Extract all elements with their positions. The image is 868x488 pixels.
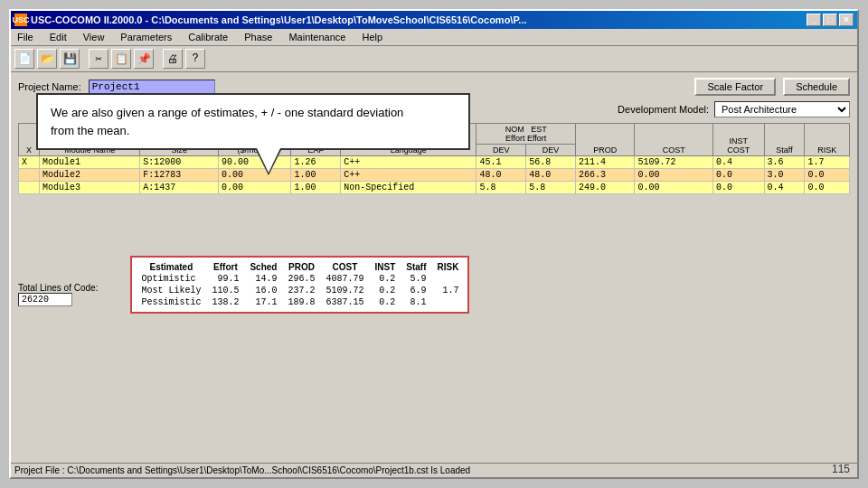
- est-col-risk: RISK: [431, 261, 464, 273]
- est-col-prod: PROD: [282, 261, 320, 273]
- cell-prod: 249.0: [576, 182, 635, 194]
- est-sched: 14.9: [244, 273, 282, 285]
- speech-bubble: We are also given a range of estimates, …: [36, 93, 470, 150]
- new-button[interactable]: 📄: [14, 49, 34, 69]
- est-staff: 5.9: [401, 273, 431, 285]
- project-label: Project Name:: [18, 81, 81, 92]
- cell-module-size: S:12000: [140, 156, 219, 169]
- est-inst: 0.2: [369, 273, 401, 285]
- col-staff: Staff: [764, 124, 805, 156]
- col-prod: PROD: [576, 124, 635, 156]
- est-col-sched: Sched: [244, 261, 282, 273]
- menu-parameters[interactable]: Parameters: [118, 31, 175, 43]
- close-button[interactable]: ✕: [839, 14, 854, 26]
- est-col-cost: COST: [320, 261, 369, 273]
- est-label: Optimistic: [136, 273, 206, 285]
- est-staff: 8.1: [401, 296, 431, 308]
- cell-cost: 0.00: [635, 182, 713, 194]
- menu-file[interactable]: File: [14, 31, 36, 43]
- cell-inst-cost: 0.4: [713, 156, 765, 169]
- menu-maintenance[interactable]: Maintenance: [286, 31, 348, 43]
- content-area: Project Name: Scale Factor Schedule Deve…: [11, 72, 857, 319]
- est-label: Pessimistic: [136, 296, 206, 308]
- app-icon: USC: [14, 14, 27, 26]
- col-risk: RISK: [805, 124, 850, 156]
- cell-module-size: F:12783: [140, 169, 219, 182]
- cell-language: C++: [341, 156, 476, 169]
- total-lines-section: Total Lines of Code:: [18, 283, 98, 314]
- table-row: X Module1 S:12000 90.00 1.26 C++ 45.1 56…: [19, 156, 850, 169]
- est-label: Most Likely: [136, 285, 206, 296]
- cell-language: Non-Specified: [341, 182, 476, 194]
- window-title: USC-COCOMO II.2000.0 - C:\Documents and …: [31, 14, 527, 25]
- cell-eaf: 1.00: [291, 182, 341, 194]
- est-col-staff: Staff: [401, 261, 431, 273]
- est-col-label: Estimated: [136, 261, 206, 273]
- col-cost: COST: [635, 124, 713, 156]
- cell-labor-rate: 0.00: [218, 182, 290, 194]
- project-name-input[interactable]: [89, 80, 215, 94]
- est-col-inst: INST: [369, 261, 401, 273]
- paste-button[interactable]: 📌: [134, 49, 154, 69]
- est-row-most-likely: Most Likely 110.5 16.0 237.2 5109.72 0.2…: [136, 285, 464, 296]
- maximize-button[interactable]: □: [823, 14, 837, 26]
- estimates-table: Estimated Effort Sched PROD COST INST St…: [136, 261, 464, 308]
- open-button[interactable]: 📂: [37, 49, 57, 69]
- status-bar: Project File : C:\Documents and Settings…: [11, 463, 857, 477]
- speech-line2: from the mean.: [51, 124, 129, 137]
- cell-staff: 0.4: [764, 182, 805, 194]
- cut-button[interactable]: ✂: [89, 49, 108, 69]
- cell-module-size: A:1437: [140, 182, 219, 194]
- est-sched: 17.1: [244, 296, 282, 308]
- est-prod: 296.5: [282, 273, 320, 285]
- scale-factor-button[interactable]: Scale Factor: [694, 78, 776, 96]
- table-row: Module2 F:12783 0.00 1.00 C++ 48.0 48.0 …: [19, 169, 850, 182]
- minimize-button[interactable]: _: [807, 14, 821, 26]
- est-inst: 0.2: [369, 296, 401, 308]
- est-cost: 6387.15: [320, 296, 369, 308]
- cell-prod: 211.4: [576, 156, 635, 169]
- cell-nom-effort: 5.8: [476, 182, 526, 194]
- total-lines-input[interactable]: [18, 293, 72, 306]
- estimates-table-container: Estimated Effort Sched PROD COST INST St…: [130, 256, 469, 314]
- menu-edit[interactable]: Edit: [47, 31, 70, 43]
- print-button[interactable]: 🖨: [163, 49, 183, 69]
- cell-est-effort: 48.0: [526, 169, 576, 182]
- cell-staff: 3.6: [764, 156, 805, 169]
- menu-phase[interactable]: Phase: [241, 31, 275, 43]
- cell-nom-effort: 45.1: [476, 156, 526, 169]
- cell-eaf: 1.00: [291, 169, 341, 182]
- est-risk: 1.7: [431, 285, 464, 296]
- est-inst: 0.2: [369, 285, 401, 296]
- est-row-pessimistic: Pessimistic 138.2 17.1 189.8 6387.15 0.2…: [136, 296, 464, 308]
- menu-bar: File Edit View Parameters Calibrate Phas…: [11, 29, 857, 46]
- est-effort: 110.5: [206, 285, 244, 296]
- cell-staff: 3.0: [764, 169, 805, 182]
- col-nom-dev: DEV: [476, 145, 526, 156]
- est-col-effort: Effort: [206, 261, 244, 273]
- total-lines-label: Total Lines of Code:: [18, 283, 98, 293]
- cell-eaf: 1.26: [291, 156, 341, 169]
- est-risk: [431, 273, 464, 285]
- cell-cost: 0.00: [635, 169, 713, 182]
- cell-x: [19, 169, 40, 182]
- save-button[interactable]: 💾: [60, 49, 80, 69]
- schedule-button[interactable]: Schedule: [783, 78, 850, 96]
- cell-language: C++: [341, 169, 476, 182]
- est-effort: 99.1: [206, 273, 244, 285]
- dev-model-select[interactable]: Post Architecture Early Design Reuse Mod…: [714, 101, 850, 117]
- title-bar: USC USC-COCOMO II.2000.0 - C:\Documents …: [11, 11, 857, 29]
- est-row-optimistic: Optimistic 99.1 14.9 296.5 4087.79 0.2 5…: [136, 273, 464, 285]
- menu-view[interactable]: View: [80, 31, 108, 43]
- cell-inst-cost: 0.0: [713, 169, 765, 182]
- est-risk: [431, 296, 464, 308]
- help-button[interactable]: ?: [185, 49, 205, 69]
- page-number: 115: [832, 463, 850, 475]
- cell-inst-cost: 0.0: [713, 182, 765, 194]
- window-controls: _ □ ✕: [807, 14, 854, 26]
- speech-line1: We are also given a range of estimates, …: [51, 106, 403, 119]
- copy-button[interactable]: 📋: [111, 49, 131, 69]
- menu-help[interactable]: Help: [359, 31, 385, 43]
- cell-risk: 0.0: [805, 169, 850, 182]
- menu-calibrate[interactable]: Calibrate: [185, 31, 231, 43]
